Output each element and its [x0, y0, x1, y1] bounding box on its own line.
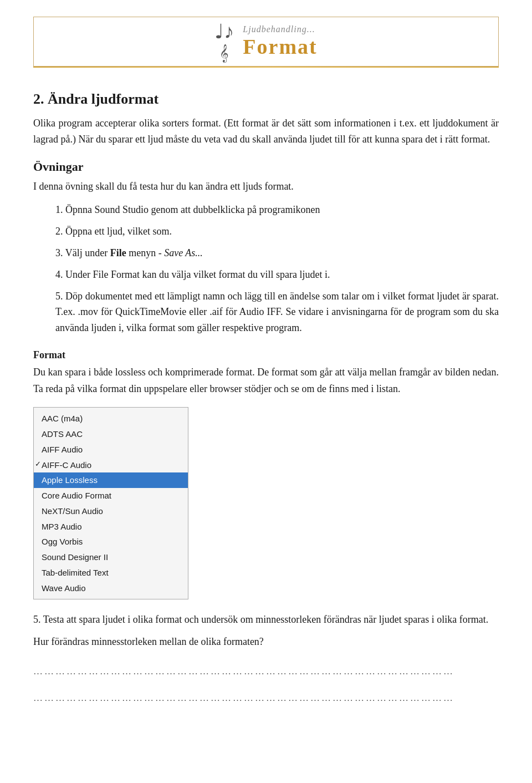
list-item[interactable]: Wave Audio: [34, 581, 188, 596]
header-banner: ♩♪ 𝄞 Ljudbehandling... Format: [33, 17, 499, 67]
list-item-checked[interactable]: AIFF-C Audio: [34, 457, 188, 473]
list-item[interactable]: Sound Designer II: [34, 550, 188, 565]
step-5-text: 5. Döp dokumentet med ett lämpligt namn …: [55, 291, 499, 334]
format-list-box[interactable]: AAC (m4a) ADTS AAC AIFF Audio AIFF-C Aud…: [33, 407, 188, 599]
step-2-text: 2. Öppna ett ljud, vilket som.: [55, 226, 172, 237]
header-subtitle: Ljudbehandling...: [243, 24, 315, 34]
music-icon: ♩♪ 𝄞: [214, 22, 234, 62]
list-item: 2. Öppna ett ljud, vilket som.: [55, 223, 499, 240]
page-title: 2. Ändra ljudformat: [33, 91, 499, 108]
list-item: 1. Öpnna Sound Studio genom att dubbelkl…: [55, 202, 499, 218]
list-item: 4. Under File Format kan du välja vilket…: [55, 267, 499, 283]
format-description: Du kan spara i både lossless och komprim…: [33, 364, 499, 397]
header-main-title: Format: [243, 34, 317, 59]
dots-line-2: ……………………………………………………………………………………………………: [33, 693, 499, 704]
step-4-text: 4. Under File Format kan du välja vilket…: [55, 269, 330, 280]
step-1-text: 1. Öpnna Sound Studio genom att dubbelkl…: [55, 204, 320, 215]
intro-paragraph-1: Olika program accepterar olika sorters f…: [33, 115, 499, 148]
list-item: 5. Döp dokumentet med ett lämpligt namn …: [55, 288, 499, 336]
list-item-selected[interactable]: Apple Lossless: [34, 472, 188, 488]
gold-divider: [33, 67, 499, 68]
intro-line1: Olika program accepterar olika sorters f…: [33, 118, 221, 129]
list-item[interactable]: Core Audio Format: [34, 488, 188, 504]
step-3-text: 3. Välj under File menyn - Save As...: [55, 247, 203, 258]
steps-list: 1. Öpnna Sound Studio genom att dubbelkl…: [44, 202, 499, 336]
list-item[interactable]: AAC (m4a): [34, 411, 188, 426]
header-title-area: Ljudbehandling... Format: [243, 24, 317, 59]
list-item[interactable]: MP3 Audio: [34, 519, 188, 535]
closing-question: Hur förändras minnesstorleken mellan de …: [33, 634, 499, 650]
list-item: 3. Välj under File menyn - Save As...: [55, 245, 499, 261]
format-section-title: Format: [33, 349, 499, 361]
step-3-bold: File: [110, 247, 126, 258]
step-3-italic: Save As...: [164, 247, 203, 258]
exercises-intro: I denna övning skall du få testa hur du …: [33, 179, 499, 195]
list-item[interactable]: AIFF Audio: [34, 442, 188, 457]
list-item[interactable]: ADTS AAC: [34, 426, 188, 442]
list-item[interactable]: Tab-delimited Text: [34, 565, 188, 581]
list-item[interactable]: Ogg Vorbis: [34, 534, 188, 550]
list-item[interactable]: NeXT/Sun Audio: [34, 504, 188, 519]
header-section: ♩♪ 𝄞 Ljudbehandling... Format: [33, 17, 499, 73]
closing-step5: 5. Testa att spara ljudet i olika format…: [33, 612, 499, 628]
dots-line-1: ……………………………………………………………………………………………………: [33, 666, 499, 677]
exercises-heading: Övningar: [33, 160, 499, 174]
